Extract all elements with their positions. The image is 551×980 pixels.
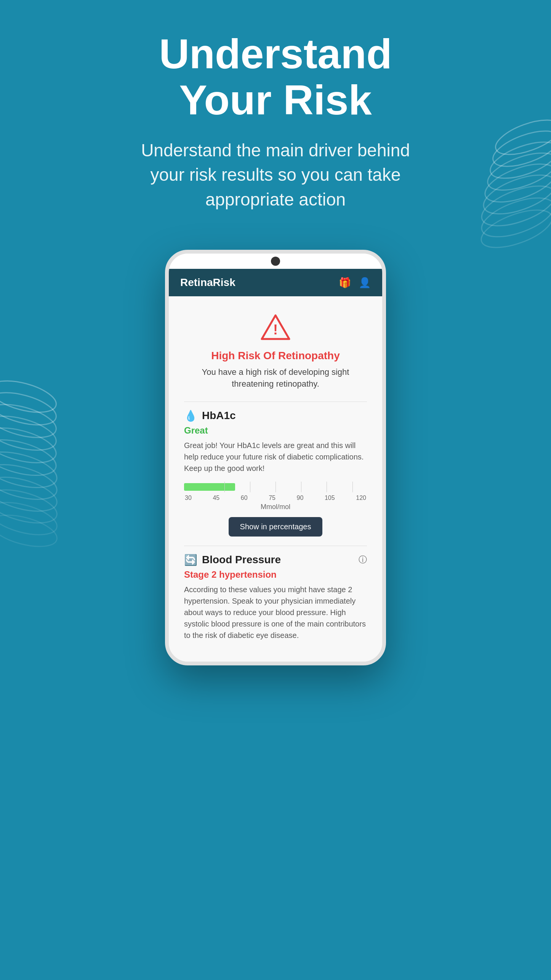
phone-top-bar [169,254,382,269]
app-name: RetinaRisk [180,276,235,289]
tick-75 [276,482,276,492]
info-icon[interactable]: ⓘ [359,554,367,566]
phone-frame: RetinaRisk 🎁 👤 ! High Risk Of Retinopath… [165,250,386,665]
gift-icon[interactable]: 🎁 [339,277,351,289]
warning-title: High Risk Of Retinopathy [184,350,367,362]
chart-label-60: 60 [241,495,248,501]
hero-section: Understand Your Risk Understand the main… [0,0,551,235]
hba1c-chart: 30 45 60 75 90 105 120 Mmol/mol [184,482,367,511]
tick-105 [327,482,327,492]
hba1c-section: 💧 HbA1c Great Great job! Your HbA1c leve… [184,410,367,537]
warning-triangle-icon: ! [260,312,291,342]
section-divider-2 [184,546,367,546]
hba1c-status: Great [184,425,367,436]
phone-mockup: RetinaRisk 🎁 👤 ! High Risk Of Retinopath… [0,250,551,665]
tick-60 [250,482,250,492]
bp-description: According to these values you might have… [184,584,367,641]
chart-label-75: 75 [269,495,276,501]
hba1c-header: 💧 HbA1c [184,410,367,422]
show-percentages-button[interactable]: Show in percentages [229,517,323,537]
chart-label-30: 30 [185,495,192,501]
bp-title-group: 🔄 Blood Pressure [184,554,281,566]
chart-unit: Mmol/mol [184,503,367,511]
hero-subtitle: Understand the main driver behind your r… [127,138,424,212]
phone-camera [271,257,280,266]
profile-icon[interactable]: 👤 [359,277,371,289]
chart-label-120: 120 [356,495,366,501]
hero-title: Understand Your Risk [46,31,505,123]
app-header: RetinaRisk 🎁 👤 [169,269,382,296]
header-icons: 🎁 👤 [339,277,371,289]
hba1c-description: Great job! Your HbA1c levels are great a… [184,440,367,474]
chart-labels: 30 45 60 75 90 105 120 [184,495,367,501]
tick-45 [224,482,225,492]
chart-label-105: 105 [325,495,335,501]
hba1c-icon: 💧 [184,410,197,422]
warning-description: You have a high risk of developing sight… [184,366,367,390]
hba1c-title: HbA1c [202,410,236,422]
chart-bar-track [184,482,367,492]
warning-section: ! High Risk Of Retinopathy You have a hi… [184,312,367,390]
chart-green-bar [184,483,235,491]
bp-icon: 🔄 [184,554,197,566]
svg-text:!: ! [273,322,278,337]
blood-pressure-section: 🔄 Blood Pressure ⓘ Stage 2 hypertension … [184,554,367,641]
tick-120 [352,482,353,492]
app-content: ! High Risk Of Retinopathy You have a hi… [169,296,382,662]
chart-label-45: 45 [213,495,219,501]
bp-title: Blood Pressure [202,554,281,566]
section-divider-1 [184,402,367,402]
bp-header: 🔄 Blood Pressure ⓘ [184,554,367,566]
tick-90 [301,482,301,492]
chart-label-90: 90 [297,495,304,501]
bp-status: Stage 2 hypertension [184,569,367,580]
